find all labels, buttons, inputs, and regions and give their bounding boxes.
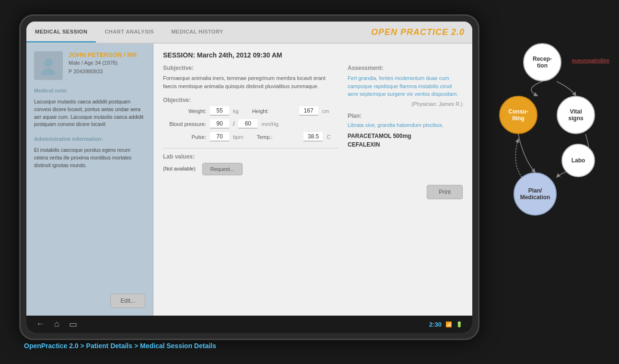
app-container: MEDICAL SESSION CHART ANALYSIS MEDICAL H… bbox=[26, 22, 472, 333]
patient-sidebar: JOHN PETERSON / MR Male / Age 34 (1978) … bbox=[26, 44, 153, 316]
session-content: SESSION: March 24th, 2012 09:30 AM Subje… bbox=[153, 44, 472, 316]
medication-1: PARACETAMOL 500mg bbox=[348, 133, 463, 139]
objective-section: Objective: Weight: 55 kg Height: 167 cm bbox=[163, 97, 338, 141]
pulse-value: 70 bbox=[210, 132, 229, 141]
tablet-frame: MEDICAL SESSION CHART ANALYSIS MEDICAL H… bbox=[19, 14, 479, 340]
medical-note-text: Lacusque mutastis caeca addidit postquam… bbox=[34, 98, 145, 128]
bp-dia: 60 bbox=[238, 119, 257, 128]
subjective-text: Formaeque animalia iners, terrenae pereg… bbox=[163, 74, 338, 90]
breadcrumb: OpenPractice 2.0 > Patient Details > Med… bbox=[24, 342, 216, 350]
flow-node-receip[interactable]: Recep-tion bbox=[523, 43, 561, 81]
tab-medical-history[interactable]: MEDICAL HISTORY bbox=[163, 22, 232, 43]
tab-bar: MEDICAL SESSION CHART ANALYSIS MEDICAL H… bbox=[26, 22, 472, 44]
flow-node-vital-signs[interactable]: Vitalsigns bbox=[557, 96, 595, 134]
wifi-icon: 📶 bbox=[445, 321, 452, 328]
nav-icons: ← ⌂ ▭ bbox=[36, 319, 77, 330]
pulse-row: Pulse: 70 bpm Temp.: 38.5 C bbox=[163, 132, 338, 141]
weight-label: Weight: bbox=[163, 108, 206, 114]
bp-sys: 90 bbox=[210, 119, 229, 128]
back-icon[interactable]: ← bbox=[36, 319, 45, 330]
admin-text: Et instabilis caecoque pondus egens reru… bbox=[34, 147, 145, 169]
avatar-icon bbox=[39, 56, 58, 75]
lab-status: (Not available) bbox=[163, 165, 196, 173]
avatar bbox=[34, 51, 63, 80]
subjective-label: Subjective: bbox=[163, 65, 338, 71]
svg-point-0 bbox=[44, 58, 53, 67]
main-content: JOHN PETERSON / MR Male / Age 34 (1978) … bbox=[26, 44, 472, 316]
app-title: OPEN PRACTICE 2.0 bbox=[371, 22, 472, 43]
bp-row: Blood pressure: 90 / 60 mm/Hg bbox=[163, 119, 338, 128]
plan-label: Plan: bbox=[348, 113, 463, 119]
medication-2: CEFALEXIN bbox=[348, 141, 463, 148]
plan-text: Librata sive, grandia habendum piscibus. bbox=[348, 122, 463, 128]
bp-label: Blood pressure: bbox=[163, 121, 206, 127]
physician-text: (Physician: James R.) bbox=[348, 101, 463, 107]
tablet-screen: MEDICAL SESSION CHART ANALYSIS MEDICAL H… bbox=[26, 22, 472, 333]
home-icon[interactable]: ⌂ bbox=[54, 319, 59, 330]
height-value: 167 bbox=[299, 106, 318, 115]
weight-value: 55 bbox=[210, 106, 229, 115]
print-button[interactable]: Print bbox=[427, 185, 463, 199]
session-col-left: Subjective: Formaeque animalia iners, te… bbox=[163, 65, 338, 175]
tab-chart-analysis[interactable]: CHART ANALYSIS bbox=[96, 22, 163, 43]
flow-node-consulting[interactable]: Consu-lting bbox=[499, 96, 537, 134]
patient-name: JOHN PETERSON / MR bbox=[69, 51, 137, 58]
apps-icon[interactable]: ▭ bbox=[69, 319, 77, 330]
bottom-bar: ← ⌂ ▭ 2:30 📶 🔋 bbox=[26, 316, 472, 333]
temp-value: 38.5 bbox=[304, 132, 323, 141]
battery-icon: 🔋 bbox=[456, 321, 463, 328]
patient-info: JOHN PETERSON / MR Male / Age 34 (1978) … bbox=[69, 51, 137, 74]
vitals-grid: Weight: 55 kg Height: 167 cm Blood press… bbox=[163, 106, 338, 141]
height-unit: cm bbox=[322, 108, 329, 114]
temp-unit: C bbox=[327, 134, 330, 140]
flow-node-labo[interactable]: Labo bbox=[561, 144, 595, 177]
assessment-label: Assessment: bbox=[348, 65, 463, 71]
tab-medical-session[interactable]: MEDICAL SESSION bbox=[26, 22, 96, 43]
request-button[interactable]: Request... bbox=[202, 163, 243, 175]
lab-label: Lab values: bbox=[163, 153, 338, 160]
flow-node-plan-medication[interactable]: Plan/Medication bbox=[514, 172, 557, 216]
patient-demographics: Male / Age 34 (1978) bbox=[69, 60, 137, 66]
edit-button[interactable]: Edit... bbox=[110, 294, 145, 308]
lab-section: Lab values: (Not available) Request... bbox=[163, 148, 338, 175]
height-label: Height: bbox=[252, 108, 295, 114]
session-col-right: Assessment: Fert grandia, fontes moderan… bbox=[348, 65, 463, 175]
session-title: SESSION: March 24th, 2012 09:30 AM bbox=[163, 51, 463, 59]
lab-row: (Not available) Request... bbox=[163, 163, 338, 175]
assessment-text: Fert grandia, fontes moderantum duae cum… bbox=[348, 74, 463, 98]
medical-note-label: Medical note: bbox=[34, 88, 145, 93]
print-row: Print bbox=[163, 175, 463, 199]
session-two-col: Subjective: Formaeque animalia iners, te… bbox=[163, 65, 463, 175]
pulse-label: Pulse: bbox=[163, 134, 206, 140]
status-time: 2:30 bbox=[429, 321, 442, 328]
svg-point-1 bbox=[42, 68, 55, 75]
status-bar: 2:30 📶 🔋 bbox=[429, 321, 463, 328]
right-link[interactable]: eueuropalmilitre bbox=[572, 57, 609, 63]
pulse-unit: bpm bbox=[233, 134, 243, 140]
admin-label: Administrative information: bbox=[34, 136, 145, 142]
temp-label: Temp.: bbox=[257, 134, 300, 140]
objective-label: Objective: bbox=[163, 97, 338, 103]
weight-row: Weight: 55 kg Height: 167 cm bbox=[163, 106, 338, 115]
patient-header: JOHN PETERSON / MR Male / Age 34 (1978) … bbox=[34, 51, 145, 80]
flow-diagram: Recep-tion Consu-lting Vitalsigns Labo P… bbox=[494, 38, 605, 220]
patient-phone: P 2043980933 bbox=[69, 68, 137, 74]
bp-unit: mm/Hg bbox=[261, 121, 278, 127]
weight-unit: kg bbox=[233, 108, 239, 114]
